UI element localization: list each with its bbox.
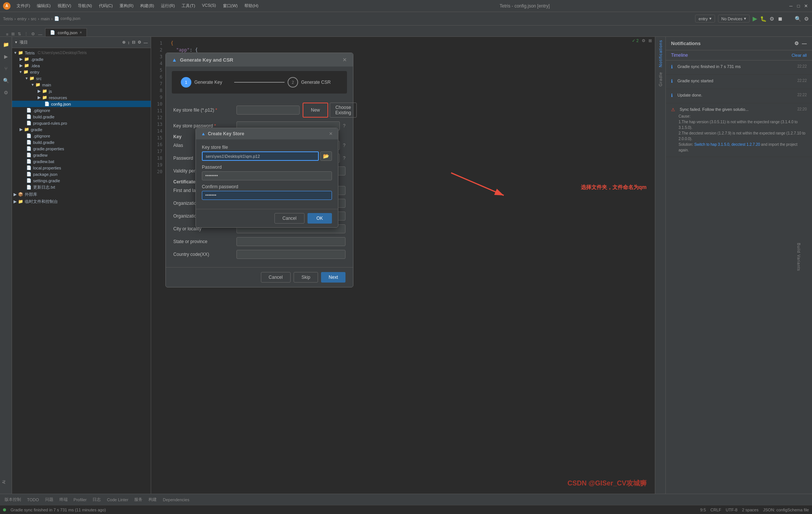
state-input[interactable] [236,237,345,246]
btn-choose-existing[interactable]: Choose Existing [330,103,357,118]
sub-folder-btn[interactable]: 📂 [320,151,332,161]
menu-item[interactable]: 窗口(W) [220,2,241,10]
terminal-tab[interactable]: 终端 [59,497,68,502]
sidebar-settings-icon[interactable]: ⚙ [2,88,11,97]
problems-tab[interactable]: 问题 [45,497,53,502]
stop-btn[interactable]: ⏹ [777,16,783,22]
cancel-btn[interactable]: Cancel [261,272,291,283]
menu-item[interactable]: 导航(N) [75,2,95,10]
breadcrumb-main[interactable]: main [41,17,50,21]
menu-item[interactable]: 构建(B) [137,2,157,10]
tree-gradle-properties[interactable]: 📄 gradle.properties [12,145,151,152]
sidebar-run-icon[interactable]: ▶ [2,52,11,61]
sub-dialog-close-btn[interactable]: ✕ [329,131,333,136]
tree-build-gradle[interactable]: 📄 build.gradle [12,113,151,120]
sidebar-search-icon[interactable]: 🔍 [2,76,11,85]
tree-gradlew[interactable]: 📄 gradlew [12,152,151,158]
sub-keystore-file-input[interactable] [202,151,319,161]
build-tab[interactable]: 构建 [148,497,157,502]
search-btn[interactable]: 🔍 [795,16,801,22]
split-editor-icon[interactable]: ⊞ [648,38,652,43]
menu-item[interactable]: 重构(R) [117,2,136,10]
sub-confirm-password-input[interactable] [202,191,332,200]
tree-settings-gradle[interactable]: 📄 settings.gradle [12,177,151,184]
menu-item[interactable]: 帮助(H) [241,2,261,10]
tree-src[interactable]: ▾ 📁 src [12,75,151,82]
version-control-tab[interactable]: 版本控制 [5,497,21,502]
menu-item[interactable]: 视图(V) [55,2,74,10]
notifications-settings-icon[interactable]: ⚙ [794,41,799,46]
tree-build-gradle2[interactable]: 📄 build.gradle [12,139,151,145]
dependencies-tab[interactable]: Dependencies [163,497,189,502]
breadcrumb-entry[interactable]: entry [17,17,26,21]
btn-new[interactable]: New [303,103,328,118]
sub-cancel-btn[interactable]: Cancel [274,213,304,224]
tree-gradlew-bat[interactable]: 📄 gradlew.bat [12,158,151,165]
tree-collapse-icon[interactable]: ⊟ [132,40,135,45]
menu-item[interactable]: 工具(T) [179,2,198,10]
skip-btn[interactable]: Skip [294,272,318,283]
tree-entry[interactable]: ▾ 📁 entry [12,69,151,75]
entry-dropdown[interactable]: entry ▾ [695,15,715,23]
clear-all-btn[interactable]: Clear all [792,53,807,57]
tree-changelog[interactable]: 📄 更新日志.txt [12,184,151,191]
code-linter-tab[interactable]: Code Linter [107,497,128,502]
menu-item[interactable]: 运行(R) [158,2,178,10]
tree-config-json[interactable]: 📄 config.json [12,101,151,107]
sub-ok-btn[interactable]: OK [308,213,332,224]
notifications-tab-icon[interactable]: Notifications [658,40,663,67]
tree-settings-icon[interactable]: ⚙ [138,40,141,45]
tab-settings-icon[interactable]: ⊞ [11,32,15,36]
debug-btn[interactable]: 🐛 [760,16,767,22]
tree-package-json[interactable]: 📄 package.json [12,171,151,177]
menu-item[interactable]: VCS(S) [199,2,219,10]
menu-item[interactable]: 文件(F) [14,2,33,10]
tree-resources[interactable]: ▶ 📁 resources [12,94,151,101]
breadcrumb-file[interactable]: 📄 config.json [54,16,80,21]
solution-link[interactable]: Switch to hap 3.1.5.0, decctest 1.2.7.20 [694,142,760,147]
keystore-file-input[interactable] [236,106,300,115]
tab-align-icon[interactable]: ⇅ [18,32,21,36]
close-btn[interactable]: ✕ [803,3,809,9]
keystore-password-help-icon[interactable]: ? [343,123,345,128]
menu-bar[interactable]: 文件(F)编辑(E)视图(V)导航(N)代码(C)重构(R)构建(B)运行(R)… [14,2,262,10]
alias-help-icon[interactable]: ? [343,143,345,148]
tree-gitignore[interactable]: 📄 .gitignore [12,107,151,113]
country-input[interactable] [236,250,345,259]
sidebar-git-icon[interactable]: ⑂ [2,64,11,73]
ai-sidebar-label[interactable]: Ai [2,480,6,484]
tree-gitignore2[interactable]: 📄 .gitignore [12,133,151,139]
tab-minus-icon[interactable]: — [38,32,42,36]
dialog-close-btn[interactable]: ✕ [342,57,347,63]
project-name[interactable]: Tetris [3,17,13,21]
password-help-icon[interactable]: ? [343,156,345,161]
settings-btn[interactable]: ⚙ [804,16,809,22]
build-btn[interactable]: ⚙ [770,16,774,22]
maximize-btn[interactable]: □ [795,3,801,9]
tree-js[interactable]: ▶ 📁 js [12,88,151,94]
tree-proguard[interactable]: 📄 proguard-rules.pro [12,120,151,126]
gradle-sidebar-icon[interactable]: Gradle [658,72,663,86]
config-json-tab[interactable]: 📄 config.json × [45,28,86,36]
notifications-minimize-icon[interactable]: — [802,41,807,46]
project-tree-toggle[interactable]: ▾ [15,40,17,45]
tree-idea[interactable]: ▶ 📁 .idea [12,62,151,69]
window-controls[interactable]: ─ □ ✕ [788,3,809,9]
sidebar-project-icon[interactable]: 📁 [2,40,11,49]
profiler-tab[interactable]: Profiler [74,497,87,502]
menu-item[interactable]: 编辑(E) [34,2,54,10]
tree-minimize-icon[interactable]: — [144,40,148,45]
tree-scroll-icon[interactable]: ↕ [128,40,130,45]
next-btn[interactable]: Next [321,272,345,283]
tab-gear-icon[interactable]: ⚙ [31,32,35,36]
tree-root[interactable]: ▾ 📁 Tetris C:\Users\yws1\Desktop\Tetris [12,50,151,56]
tree-gradle-folder[interactable]: ▶ 📁 gradle [12,126,151,133]
tab-close-btn[interactable]: × [80,30,82,35]
tab-more-icon[interactable]: ⋮ [24,32,28,36]
tree-external-libs[interactable]: ▶ 📦 外部库 [12,191,151,198]
todo-tab[interactable]: TODO [27,497,39,502]
services-tab[interactable]: 服务 [134,497,142,502]
no-devices-dropdown[interactable]: No Devices ▾ [718,15,750,23]
build-variants-label[interactable]: Build Variants [797,243,801,271]
breadcrumb-src[interactable]: src [31,17,36,21]
